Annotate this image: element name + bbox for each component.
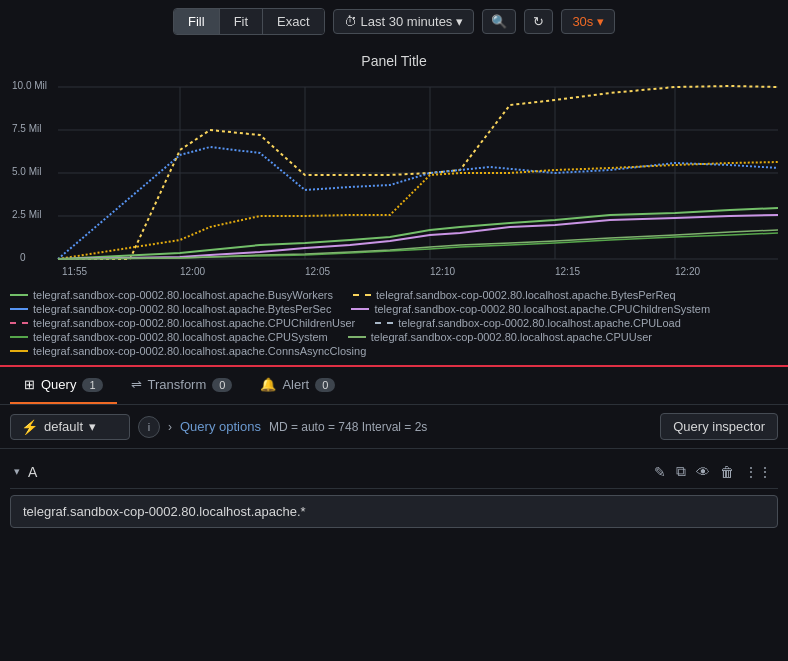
zoom-out-icon: 🔍	[491, 14, 507, 29]
query-options-link[interactable]: Query options	[180, 419, 261, 434]
chevron-down-icon: ▾	[456, 14, 463, 29]
refresh-interval-label: 30s	[572, 14, 593, 29]
query-inspector-button[interactable]: Query inspector	[660, 413, 778, 440]
legend-color-cpuload	[375, 322, 393, 324]
svg-text:12:20: 12:20	[675, 266, 700, 277]
legend-item-cpuuser: telegraf.sandbox-cop-0002.80.localhost.a…	[348, 331, 652, 343]
datasource-icon: ⚡	[21, 419, 38, 435]
query-row: ⚡ default ▾ i › Query options MD = auto …	[0, 405, 788, 449]
tab-transform-label: Transform	[148, 377, 207, 392]
legend-color-cpuchildrenuser	[10, 322, 28, 324]
legend-row-1: telegraf.sandbox-cop-0002.80.localhost.a…	[10, 289, 778, 301]
chevron-down-icon-2: ▾	[597, 14, 604, 29]
tab-query[interactable]: ⊞ Query 1	[10, 367, 117, 404]
clock-icon: ⏱	[344, 14, 357, 29]
datasource-selector[interactable]: ⚡ default ▾	[10, 414, 130, 440]
chart-legend: telegraf.sandbox-cop-0002.80.localhost.a…	[0, 285, 788, 361]
copy-icon[interactable]: ⧉	[674, 461, 688, 482]
legend-color-connsasyncclosing	[10, 350, 28, 352]
legend-row-4: telegraf.sandbox-cop-0002.80.localhost.a…	[10, 331, 778, 343]
chevron-right-icon: ›	[168, 420, 172, 434]
chevron-down-icon-4: ▾	[14, 465, 20, 478]
svg-text:10.0 Mil: 10.0 Mil	[12, 80, 47, 91]
tab-query-badge: 1	[82, 378, 102, 392]
delete-icon[interactable]: 🗑	[718, 462, 736, 482]
legend-item-bytespersec: telegraf.sandbox-cop-0002.80.localhost.a…	[10, 303, 331, 315]
info-icon: i	[148, 421, 150, 433]
legend-item-bytesperreq: telegraf.sandbox-cop-0002.80.localhost.a…	[353, 289, 676, 301]
chart-svg: 10.0 Mil 7.5 Mil 5.0 Mil 2.5 Mil 0 11:55…	[10, 75, 778, 285]
legend-item-connsasyncclosing: telegraf.sandbox-cop-0002.80.localhost.a…	[10, 345, 366, 357]
svg-text:0: 0	[20, 252, 26, 263]
legend-item-busyworkers: telegraf.sandbox-cop-0002.80.localhost.a…	[10, 289, 333, 301]
tab-query-label: Query	[41, 377, 76, 392]
tab-alert-badge: 0	[315, 378, 335, 392]
legend-color-cpuchildrensystem	[351, 308, 369, 310]
fit-button[interactable]: Fit	[220, 9, 263, 34]
eye-icon[interactable]: 👁	[694, 462, 712, 482]
time-range-selector[interactable]: ⏱ Last 30 minutes ▾	[333, 9, 475, 34]
info-button[interactable]: i	[138, 416, 160, 438]
svg-text:12:00: 12:00	[180, 266, 205, 277]
view-mode-group: Fill Fit Exact	[173, 8, 325, 35]
shuffle-icon: ⇌	[131, 377, 142, 392]
tab-transform[interactable]: ⇌ Transform 0	[117, 367, 247, 404]
legend-color-bytespersec	[10, 308, 28, 310]
query-a-header: ▾ A ✎ ⧉ 👁 🗑 ⋮⋮	[10, 455, 778, 489]
drag-icon[interactable]: ⋮⋮	[742, 462, 774, 482]
fill-button[interactable]: Fill	[174, 9, 220, 34]
chart-container: Panel Title 10.0 Mil 7.5 Mil 5.0 Mil 2.5…	[0, 43, 788, 285]
legend-color-cpuuser	[348, 336, 366, 338]
svg-text:2.5 Mil: 2.5 Mil	[12, 209, 41, 220]
zoom-out-button[interactable]: 🔍	[482, 9, 516, 34]
collapse-button[interactable]: ▾	[14, 465, 20, 478]
svg-text:7.5 Mil: 7.5 Mil	[12, 123, 41, 134]
svg-text:12:10: 12:10	[430, 266, 455, 277]
legend-item-cpuload: telegraf.sandbox-cop-0002.80.localhost.a…	[375, 317, 681, 329]
query-a-actions: ✎ ⧉ 👁 🗑 ⋮⋮	[652, 461, 774, 482]
refresh-icon: ↻	[533, 14, 544, 29]
tabs-row: ⊞ Query 1 ⇌ Transform 0 🔔 Alert 0	[0, 367, 788, 405]
table-icon: ⊞	[24, 377, 35, 392]
edit-icon[interactable]: ✎	[652, 462, 668, 482]
query-a-label: A	[28, 464, 37, 480]
svg-text:5.0 Mil: 5.0 Mil	[12, 166, 41, 177]
query-meta: MD = auto = 748 Interval = 2s	[269, 420, 427, 434]
refresh-button[interactable]: ↻	[524, 9, 553, 34]
legend-color-bytesperreq	[353, 294, 371, 296]
chevron-down-icon-3: ▾	[89, 419, 96, 434]
legend-color-busyworkers	[10, 294, 28, 296]
chart-title: Panel Title	[10, 53, 778, 69]
legend-color-cpusystem	[10, 336, 28, 338]
tab-alert-label: Alert	[282, 377, 309, 392]
tab-transform-badge: 0	[212, 378, 232, 392]
chart-canvas: 10.0 Mil 7.5 Mil 5.0 Mil 2.5 Mil 0 11:55…	[10, 75, 778, 285]
bell-icon: 🔔	[260, 377, 276, 392]
svg-text:11:55: 11:55	[62, 266, 87, 277]
query-section: ▾ A ✎ ⧉ 👁 🗑 ⋮⋮	[0, 449, 788, 534]
legend-item-cpuchildrensystem: telegraf.sandbox-cop-0002.80.localhost.a…	[351, 303, 710, 315]
svg-text:12:05: 12:05	[305, 266, 330, 277]
legend-row-2: telegraf.sandbox-cop-0002.80.localhost.a…	[10, 303, 778, 315]
tab-alert[interactable]: 🔔 Alert 0	[246, 367, 349, 404]
refresh-interval-selector[interactable]: 30s ▾	[561, 9, 615, 34]
datasource-name: default	[44, 419, 83, 434]
exact-button[interactable]: Exact	[263, 9, 324, 34]
legend-item-cpusystem: telegraf.sandbox-cop-0002.80.localhost.a…	[10, 331, 328, 343]
svg-text:12:15: 12:15	[555, 266, 580, 277]
bottom-panel: ⊞ Query 1 ⇌ Transform 0 🔔 Alert 0 ⚡ defa…	[0, 365, 788, 534]
legend-item-cpuchildrenuser: telegraf.sandbox-cop-0002.80.localhost.a…	[10, 317, 355, 329]
legend-row-5: telegraf.sandbox-cop-0002.80.localhost.a…	[10, 345, 778, 357]
top-toolbar: Fill Fit Exact ⏱ Last 30 minutes ▾ 🔍 ↻ 3…	[0, 0, 788, 43]
query-input[interactable]	[10, 495, 778, 528]
legend-row-3: telegraf.sandbox-cop-0002.80.localhost.a…	[10, 317, 778, 329]
time-range-label: Last 30 minutes	[361, 14, 453, 29]
